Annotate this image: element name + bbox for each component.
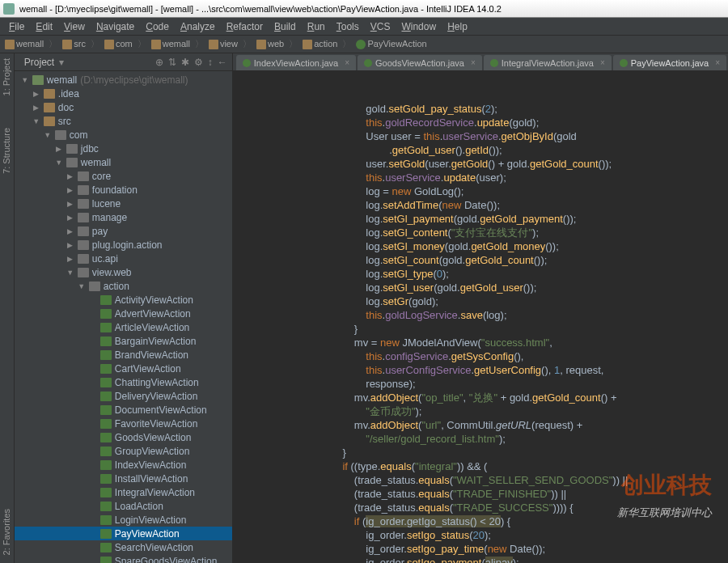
- class-icon: [100, 502, 112, 511]
- tree-item[interactable]: ▶.idea: [15, 87, 232, 100]
- tree-item[interactable]: GroupViewAction: [15, 444, 232, 458]
- code-line: log.setGl_content("支付宝在线支付");: [249, 226, 728, 239]
- tree-item[interactable]: ▼action: [15, 279, 232, 293]
- class-icon: [100, 405, 112, 415]
- tree-item[interactable]: LoginViewAction: [15, 513, 232, 527]
- expand-arrow-icon[interactable]: ▶: [32, 104, 40, 112]
- breadcrumb-item[interactable]: PayViewAction: [356, 39, 426, 49]
- expand-arrow-icon[interactable]: ▶: [66, 172, 74, 180]
- menu-refactor[interactable]: Refactor: [221, 21, 269, 32]
- tree-item[interactable]: PayViewAction: [15, 527, 232, 540]
- class-icon: [620, 59, 628, 67]
- expand-arrow-icon[interactable]: ▼: [44, 131, 52, 139]
- tree-item[interactable]: SpareGoodsViewAction: [15, 554, 232, 563]
- menu-help[interactable]: Help: [442, 21, 473, 32]
- expand-arrow-icon[interactable]: ▶: [66, 214, 74, 222]
- menu-tools[interactable]: Tools: [331, 21, 365, 32]
- expand-arrow-icon[interactable]: ▼: [78, 282, 86, 290]
- expand-arrow-icon[interactable]: ▶: [66, 227, 74, 235]
- expand-arrow-icon[interactable]: ▼: [32, 117, 40, 125]
- tree-item[interactable]: ▼src: [15, 114, 232, 128]
- tree-item[interactable]: ▶foundation: [15, 183, 232, 197]
- code-line: ig_order.setIgo_pay_time(new Date());: [249, 542, 728, 556]
- expand-arrow-icon[interactable]: ▼: [66, 269, 74, 277]
- sidebar-control[interactable]: ⚙: [194, 57, 203, 68]
- tree-item[interactable]: ActivityViewAction: [15, 293, 232, 307]
- tree-item[interactable]: ▶pay: [15, 224, 232, 238]
- tree-item[interactable]: BargainViewAction: [15, 334, 232, 348]
- expand-arrow-icon[interactable]: ▶: [66, 200, 74, 208]
- tree-item[interactable]: DeliveryViewAction: [15, 389, 232, 403]
- tree-item[interactable]: InstallViewAction: [15, 472, 232, 485]
- class-icon: [100, 337, 112, 346]
- tree-item[interactable]: ▼view.web: [15, 265, 232, 279]
- tree-item[interactable]: ChattingViewAction: [15, 375, 232, 389]
- breadcrumb-item[interactable]: web: [256, 39, 284, 49]
- expand-arrow-icon[interactable]: ▶: [55, 145, 63, 153]
- close-icon[interactable]: ×: [600, 58, 605, 67]
- sidebar-control[interactable]: ⊕: [155, 57, 163, 68]
- folder-icon: [44, 116, 55, 126]
- tree-item[interactable]: DocumentViewAction: [15, 403, 232, 417]
- tree-item[interactable]: GoodsViewAction: [15, 430, 232, 444]
- menu-analyze[interactable]: Analyze: [175, 21, 221, 32]
- breadcrumb-item[interactable]: view: [209, 39, 238, 49]
- expand-arrow-icon[interactable]: ▼: [55, 159, 63, 167]
- editor-tab[interactable]: IndexViewAction.java×: [236, 55, 356, 70]
- editor-tab[interactable]: PayViewAction.java×: [613, 55, 726, 70]
- tree-item[interactable]: ▼wemall: [15, 155, 232, 169]
- tree-item[interactable]: LoadAction: [15, 499, 232, 513]
- sidebar-control[interactable]: ⇅: [168, 57, 176, 68]
- expand-arrow-icon[interactable]: ▶: [32, 90, 40, 98]
- tree-item[interactable]: ▶lucene: [15, 197, 232, 210]
- tree-item[interactable]: SearchViewAction: [15, 540, 232, 554]
- sidebar-control[interactable]: ✱: [181, 57, 189, 68]
- tree-item[interactable]: ArticleViewAction: [15, 320, 232, 334]
- breadcrumb-item[interactable]: action: [303, 39, 337, 49]
- class-icon: [100, 460, 112, 470]
- tree-item[interactable]: ▶uc.api: [15, 252, 232, 265]
- tool-project[interactable]: 1: Project: [2, 58, 11, 95]
- menu-file[interactable]: File: [3, 21, 30, 32]
- tree-item[interactable]: IndexViewAction: [15, 458, 232, 472]
- close-icon[interactable]: ×: [715, 58, 720, 67]
- breadcrumb-item[interactable]: wemall: [151, 39, 190, 49]
- code-editor[interactable]: gold.setGold_pay_status(2); this.goldRec…: [233, 71, 728, 563]
- close-icon[interactable]: ×: [345, 58, 349, 67]
- expand-arrow-icon[interactable]: ▶: [66, 186, 74, 194]
- tree-item[interactable]: ▼com: [15, 128, 232, 142]
- expand-arrow-icon[interactable]: ▶: [66, 255, 74, 263]
- breadcrumb-item[interactable]: com: [104, 39, 133, 49]
- tree-item[interactable]: ▶manage: [15, 210, 232, 224]
- menu-code[interactable]: Code: [140, 21, 175, 32]
- menu-run[interactable]: Run: [302, 21, 331, 32]
- breadcrumb-item[interactable]: src: [62, 39, 86, 49]
- close-icon[interactable]: ×: [471, 58, 476, 67]
- expand-arrow-icon[interactable]: ▶: [66, 241, 74, 249]
- editor-tab[interactable]: IntegralViewAction.java×: [484, 55, 612, 70]
- expand-arrow-icon[interactable]: ▼: [21, 76, 29, 84]
- tree-item[interactable]: AdvertViewAction: [15, 307, 232, 320]
- menu-window[interactable]: Window: [396, 21, 442, 32]
- tree-item[interactable]: ▶doc: [15, 100, 232, 114]
- menu-vcs[interactable]: VCS: [365, 21, 396, 32]
- tree-item[interactable]: ▶core: [15, 169, 232, 183]
- tree-item[interactable]: IntegralViewAction: [15, 485, 232, 499]
- tree-item[interactable]: FavoriteViewAction: [15, 417, 232, 430]
- tree-item[interactable]: BrandViewAction: [15, 348, 232, 362]
- sidebar-control[interactable]: ←: [218, 57, 227, 68]
- breadcrumb-item[interactable]: wemall: [5, 39, 44, 49]
- menu-view[interactable]: View: [58, 21, 91, 32]
- project-tree[interactable]: ▼wemall(D:\myeclipse\git\wemall)▶.idea▶d…: [15, 71, 232, 563]
- tree-item[interactable]: ▼wemall(D:\myeclipse\git\wemall): [15, 73, 232, 87]
- tree-item[interactable]: ▶plug.login.action: [15, 238, 232, 252]
- tool-favorites[interactable]: 2: Favorites: [2, 509, 11, 555]
- menu-edit[interactable]: Edit: [30, 21, 58, 32]
- sidebar-control[interactable]: ↕: [208, 57, 213, 68]
- tree-item[interactable]: ▶jdbc: [15, 142, 232, 155]
- menu-build[interactable]: Build: [269, 21, 302, 32]
- tool-structure[interactable]: 7: Structure: [2, 128, 11, 174]
- editor-tab[interactable]: GoodsViewAction.java×: [358, 55, 482, 70]
- tree-item[interactable]: CartViewAction: [15, 362, 232, 375]
- menu-navigate[interactable]: Navigate: [91, 21, 140, 32]
